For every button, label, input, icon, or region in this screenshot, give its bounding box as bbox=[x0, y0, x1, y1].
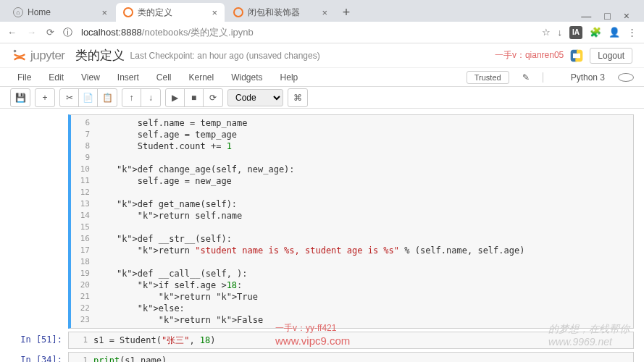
back-icon[interactable]: ← bbox=[7, 27, 17, 38]
menu-kernel[interactable]: Kernel bbox=[182, 71, 222, 84]
extension-badge[interactable]: IA bbox=[569, 26, 582, 39]
run-button[interactable]: ▶ bbox=[166, 89, 185, 106]
close-icon[interactable]: × bbox=[212, 7, 217, 18]
download-icon[interactable]: ↓ bbox=[558, 27, 563, 38]
edit-icon[interactable]: ✎ bbox=[515, 71, 537, 84]
browser-tab-notebook-1[interactable]: 类的定义 × bbox=[116, 3, 225, 22]
info-icon[interactable]: ⓘ bbox=[63, 26, 72, 39]
reload-icon[interactable]: ⟳ bbox=[46, 27, 54, 38]
address-bar: ← → ⟳ ⓘ localhost:8888/notebooks/类的定义.ip… bbox=[0, 22, 644, 43]
forward-icon[interactable]: → bbox=[27, 27, 36, 38]
menu-widgets[interactable]: Widgets bbox=[224, 71, 269, 84]
jupyter-logo[interactable]: jupyter bbox=[12, 48, 65, 64]
cell-prompt bbox=[10, 114, 68, 329]
close-window-icon[interactable]: × bbox=[624, 10, 630, 22]
menu-file[interactable]: File bbox=[10, 71, 38, 84]
minimize-icon[interactable]: — bbox=[581, 10, 591, 22]
watermark-text: 一手v：qianren05 bbox=[495, 49, 564, 62]
puzzle-icon[interactable]: 🧩 bbox=[590, 27, 601, 38]
url-host: localhost:8888 bbox=[81, 27, 142, 38]
menu-icon[interactable]: ⋮ bbox=[627, 27, 637, 38]
python-icon bbox=[569, 49, 584, 63]
user-icon[interactable]: 👤 bbox=[609, 27, 620, 38]
checkpoint-text: Last Checkpoint: an hour ago (unsaved ch… bbox=[130, 51, 320, 61]
save-button[interactable]: 💾 bbox=[11, 89, 30, 106]
tab-title: Home bbox=[28, 7, 51, 17]
browser-tab-bar: ⌂ Home × 类的定义 × 闭包和装饰器 × + — □ × bbox=[0, 0, 644, 22]
tab-title: 类的定义 bbox=[138, 7, 172, 19]
window-controls: — □ × bbox=[572, 10, 638, 22]
star-icon[interactable]: ☆ bbox=[542, 27, 551, 38]
browser-tab-home[interactable]: ⌂ Home × bbox=[6, 3, 114, 22]
logout-button[interactable]: Logout bbox=[590, 48, 632, 64]
code-cell[interactable]: 1print(s1.name)2print(s1.age)3print(s1.g… bbox=[68, 352, 634, 362]
menu-help[interactable]: Help bbox=[273, 71, 306, 84]
celltype-select[interactable]: Code bbox=[227, 89, 283, 106]
trusted-badge[interactable]: Trusted bbox=[467, 71, 509, 84]
home-icon: ⌂ bbox=[13, 7, 23, 17]
new-tab-button[interactable]: + bbox=[336, 3, 356, 22]
notebook-container: 6 self.name = temp_name7 self.age = temp… bbox=[0, 109, 644, 362]
code-cell[interactable]: 6 self.name = temp_name7 self.age = temp… bbox=[68, 114, 634, 329]
toolbar: 💾 + ✂ 📄 📋 ↑ ↓ ▶ ■ ⟳ Code ⌘ bbox=[0, 87, 644, 109]
menu-bar: File Edit View Insert Cell Kernel Widget… bbox=[0, 68, 644, 87]
close-icon[interactable]: × bbox=[101, 7, 107, 18]
nav-controls: ← → ⟳ bbox=[7, 27, 54, 38]
kernel-name: Python 3 bbox=[564, 71, 612, 84]
kernel-indicator bbox=[618, 73, 634, 82]
command-palette-button[interactable]: ⌘ bbox=[288, 89, 307, 106]
toolbar-icons: ☆ ↓ IA 🧩 👤 ⋮ bbox=[542, 26, 637, 39]
cut-button[interactable]: ✂ bbox=[60, 89, 79, 106]
menu-cell[interactable]: Cell bbox=[149, 71, 179, 84]
move-down-button[interactable]: ↓ bbox=[141, 89, 160, 106]
close-icon[interactable]: × bbox=[322, 7, 327, 18]
code-cell[interactable]: 1s1 = Student("张三", 18) bbox=[68, 332, 634, 349]
cell-prompt: In [34]: bbox=[10, 352, 68, 362]
copy-button[interactable]: 📄 bbox=[79, 89, 98, 106]
logo-text: jupyter bbox=[30, 49, 65, 63]
menu-view[interactable]: View bbox=[74, 71, 107, 84]
cell-prompt: In [51]: bbox=[10, 332, 68, 349]
jupyter-icon bbox=[123, 7, 133, 17]
svg-point-0 bbox=[14, 49, 17, 52]
menu-insert[interactable]: Insert bbox=[110, 71, 146, 84]
url-display[interactable]: localhost:8888/notebooks/类的定义.ipynb bbox=[81, 26, 533, 39]
add-cell-button[interactable]: + bbox=[35, 89, 54, 106]
maximize-icon[interactable]: □ bbox=[604, 10, 610, 22]
stop-button[interactable]: ■ bbox=[185, 89, 204, 106]
restart-button[interactable]: ⟳ bbox=[204, 89, 222, 106]
move-up-button[interactable]: ↑ bbox=[122, 89, 141, 106]
paste-button[interactable]: 📋 bbox=[98, 89, 117, 106]
notebook-header: jupyter 类的定义 Last Checkpoint: an hour ag… bbox=[0, 43, 644, 68]
tab-title: 闭包和装饰器 bbox=[248, 7, 300, 19]
browser-tab-notebook-2[interactable]: 闭包和装饰器 × bbox=[226, 3, 335, 22]
notebook-title[interactable]: 类的定义 bbox=[75, 47, 125, 64]
menu-edit[interactable]: Edit bbox=[41, 71, 71, 84]
jupyter-icon bbox=[233, 7, 243, 17]
jupyter-icon bbox=[12, 48, 28, 64]
url-path: /notebooks/类的定义.ipynb bbox=[142, 27, 254, 38]
